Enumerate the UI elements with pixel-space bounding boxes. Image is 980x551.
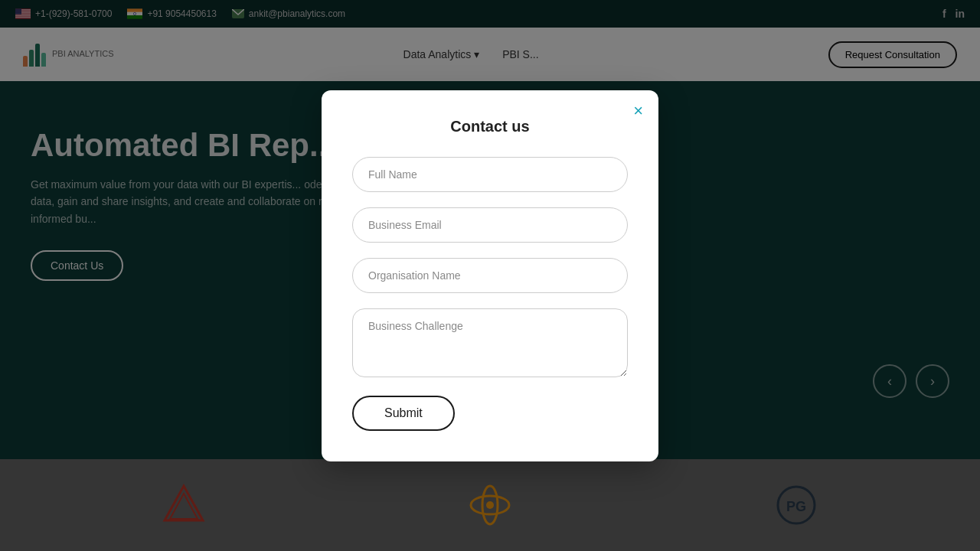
submit-button[interactable]: Submit xyxy=(352,396,455,431)
business-challenge-field xyxy=(352,308,628,380)
modal-close-button[interactable]: × xyxy=(633,103,643,119)
modal-overlay: × Contact us Submit xyxy=(0,0,980,551)
organisation-name-field xyxy=(352,258,628,293)
business-email-input[interactable] xyxy=(352,207,628,243)
full-name-field xyxy=(352,157,628,192)
business-email-field xyxy=(352,207,628,243)
organisation-name-input[interactable] xyxy=(352,258,628,293)
business-challenge-input[interactable] xyxy=(352,308,628,377)
full-name-input[interactable] xyxy=(352,157,628,192)
contact-modal: × Contact us Submit xyxy=(322,90,658,461)
modal-title: Contact us xyxy=(352,118,628,135)
